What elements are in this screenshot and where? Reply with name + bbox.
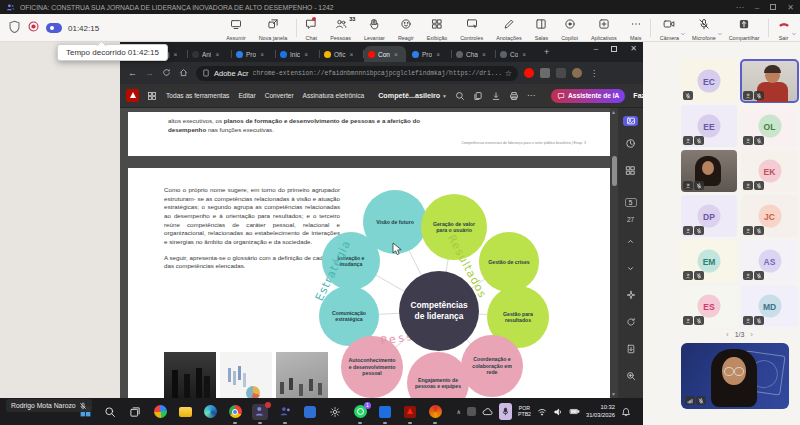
participant-tile-md[interactable]: MD — [741, 285, 798, 327]
participant-tile-dp[interactable]: DP — [681, 195, 737, 237]
acrobat-menu-icon[interactable] — [147, 91, 157, 101]
new-tab-button[interactable]: + — [544, 48, 549, 57]
enhance-icon[interactable] — [626, 286, 636, 304]
menu-convert[interactable]: Converter — [265, 92, 294, 99]
scrollbar-thumb[interactable] — [612, 156, 617, 186]
chevron-down-icon[interactable] — [791, 23, 797, 41]
page-down-icon[interactable] — [626, 259, 635, 277]
copilot-button[interactable]: Copilot — [555, 14, 585, 42]
pdf-scrollbar[interactable]: ▲ ▼ — [610, 108, 618, 398]
bookmark-star-icon[interactable]: ☆ — [505, 69, 512, 78]
teams-icon[interactable] — [277, 404, 293, 420]
settings-icon[interactable] — [327, 404, 343, 420]
browser-tab[interactable]: Pro× — [408, 46, 450, 62]
task-view-icon[interactable] — [127, 404, 143, 420]
browser-tab[interactable]: Inic× — [276, 46, 318, 62]
teams-notification-icon[interactable] — [252, 404, 268, 420]
tab-close-icon[interactable]: × — [394, 51, 398, 58]
tab-close-icon[interactable]: × — [436, 51, 440, 58]
reagir-button[interactable]: Reagir — [391, 14, 420, 42]
acrobat-icon[interactable] — [402, 404, 418, 420]
participant-tile-ol[interactable]: OL — [741, 105, 798, 147]
camera-button[interactable]: Câmera — [653, 14, 685, 42]
reload-icon[interactable] — [162, 68, 171, 79]
page-tools-icon[interactable] — [626, 340, 636, 358]
whatsapp-icon[interactable]: 1 — [352, 404, 368, 420]
app-red-icon[interactable] — [427, 404, 443, 420]
ai-panel-icon[interactable] — [623, 116, 638, 126]
aplicativos-button[interactable]: Aplicativos — [585, 14, 624, 42]
participant-tile-ec[interactable]: EC — [681, 60, 737, 102]
microfone-button[interactable]: Microfone — [685, 14, 722, 42]
chrome-icon[interactable] — [227, 404, 243, 420]
menu-edit[interactable]: Editar — [238, 92, 255, 99]
browser-tab[interactable]: Ofic× — [320, 46, 362, 62]
clock-date[interactable]: 10:3231/03/2026 — [586, 404, 615, 418]
self-view-video[interactable] — [681, 343, 789, 409]
pages-icon[interactable] — [473, 91, 483, 101]
nova-janela-button[interactable]: Nova janela — [252, 14, 293, 42]
tab-close-icon[interactable]: × — [482, 51, 486, 58]
address-bar[interactable]: Adobe Acr chrome-extension://efaidnbmnnn… — [196, 66, 518, 81]
tab-close-icon[interactable]: × — [174, 51, 178, 58]
language-indicator[interactable]: PORPTB2 — [518, 406, 531, 418]
levantar-button[interactable]: Levantar — [357, 14, 391, 42]
print-icon[interactable] — [509, 91, 519, 101]
browser-tab[interactable]: Con× — [364, 46, 406, 62]
tab-close-icon[interactable]: × — [260, 51, 264, 58]
page-up-icon[interactable] — [626, 232, 635, 250]
adobe-extension-icon[interactable] — [524, 68, 534, 78]
copilot-pill-icon[interactable] — [46, 23, 62, 33]
close-button[interactable]: ✕ — [630, 44, 637, 53]
browser-tab[interactable]: Co× — [496, 46, 536, 62]
mic-in-use-indicator[interactable] — [499, 403, 512, 420]
compartilhar-button[interactable]: Compartilhar — [722, 14, 766, 42]
thumbnails-icon[interactable] — [625, 162, 636, 180]
current-page-box[interactable]: 5 — [625, 198, 637, 207]
anotacoes-button[interactable]: Anotações — [490, 14, 528, 42]
app-blue-icon[interactable] — [302, 404, 318, 420]
notification-bell-icon[interactable] — [621, 403, 631, 421]
participant-tile-jc[interactable]: JC — [741, 195, 798, 237]
menu-esign[interactable]: Assinatura eletrônica — [303, 92, 365, 99]
assumir-button[interactable]: Assumir — [220, 14, 252, 42]
mais-button[interactable]: Mais — [623, 14, 648, 42]
browser-menu-icon[interactable]: ⋮ — [590, 69, 598, 78]
app-code-icon[interactable] — [377, 404, 393, 420]
extensions-puzzle-icon[interactable] — [556, 68, 566, 78]
participant-tile-ek[interactable]: EK — [741, 150, 798, 192]
close-button[interactable]: ✕ — [787, 3, 794, 12]
edge-icon[interactable] — [202, 404, 218, 420]
participant-tile-es[interactable]: ES — [681, 285, 737, 327]
exibicao-button[interactable]: Exibição — [420, 14, 453, 42]
chat-button[interactable]: Chat — [299, 14, 324, 42]
search-icon[interactable] — [102, 404, 118, 420]
file-explorer-icon[interactable] — [177, 404, 193, 420]
onedrive-cloud-icon[interactable] — [482, 403, 493, 421]
rotate-icon[interactable] — [626, 313, 636, 331]
more-tools-icon[interactable]: ⋯ — [527, 91, 535, 100]
browser-tab[interactable]: Cha× — [452, 46, 494, 62]
ai-assistant-button[interactable]: Assistente de IA — [551, 89, 625, 103]
pessoas-button[interactable]: Pessoas33 — [324, 14, 358, 42]
participant-video-tile[interactable] — [741, 60, 798, 102]
participant-tile-ee[interactable]: EE — [681, 105, 737, 147]
minimize-button[interactable]: – — [594, 44, 598, 53]
widgets-icon[interactable] — [152, 404, 168, 420]
elapsed-timer[interactable]: 01:42:15 — [68, 24, 99, 33]
restore-button[interactable] — [611, 46, 617, 52]
tray-app-icon[interactable] — [467, 407, 476, 416]
history-icon[interactable] — [625, 135, 636, 153]
controles-button[interactable]: Controles — [454, 14, 490, 42]
battery-icon[interactable] — [569, 403, 580, 421]
document-title-dropdown[interactable]: Competê...asileiro ▼ — [378, 91, 447, 100]
browser-tab[interactable]: Pro× — [232, 46, 274, 62]
tab-close-icon[interactable]: × — [522, 51, 526, 58]
home-icon[interactable] — [179, 68, 188, 79]
next-page-icon[interactable]: › — [750, 330, 753, 339]
back-icon[interactable]: ← — [128, 68, 137, 78]
wifi-icon[interactable] — [537, 403, 547, 421]
prev-page-icon[interactable]: ‹ — [726, 330, 729, 339]
maximize-button[interactable] — [770, 4, 776, 10]
tab-close-icon[interactable]: × — [215, 51, 219, 58]
